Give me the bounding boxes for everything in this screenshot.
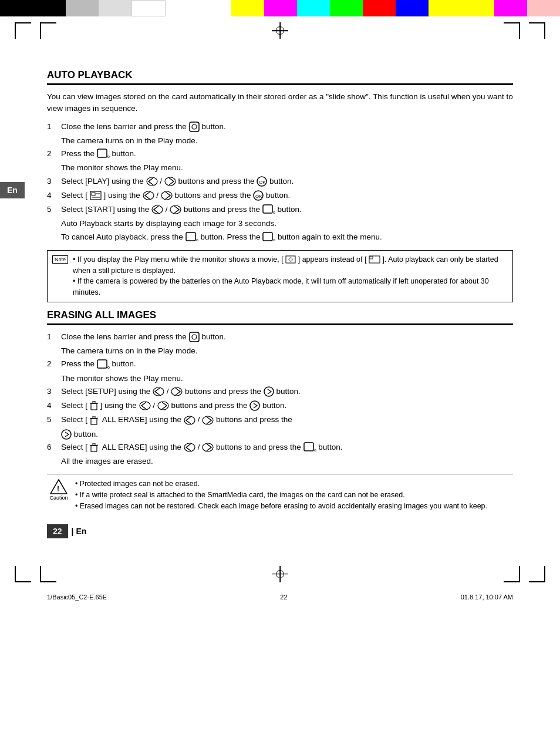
crosshair-top-center xyxy=(272,22,288,39)
erase-step-6-num: 6 xyxy=(47,441,61,453)
svg-rect-52 xyxy=(91,446,97,451)
erase-step-6: 6 Select [ › ALL ERASE] using the / butt… xyxy=(47,441,513,453)
svg-rect-0 xyxy=(190,122,199,132)
crosshair-bottom-center xyxy=(272,566,288,582)
svg-point-34 xyxy=(264,387,274,396)
left-arrow-icon7 xyxy=(184,443,195,452)
svg-rect-22 xyxy=(263,232,272,241)
erase-step-5-sub: button. xyxy=(61,429,513,440)
step-5: 5 Select [START] using the / buttons and… xyxy=(47,204,513,215)
corner-mark-tl2 xyxy=(40,22,56,39)
crosshair-ring-bottom xyxy=(276,570,284,578)
left-arrow-icon2 xyxy=(143,191,154,200)
left-arrow-icon4 xyxy=(153,387,164,396)
step-3-num: 3 xyxy=(47,176,61,187)
erase-step-1: 1 Close the lens barrier and press the b… xyxy=(47,331,513,343)
erase-step-5-num: 5 xyxy=(47,414,61,426)
step-3-content: Select [PLAY] using the / buttons and pr… xyxy=(61,176,513,187)
color-bar xyxy=(33,0,66,16)
caution-icon-area: ! Caution xyxy=(47,478,70,511)
svg-point-25 xyxy=(289,258,292,261)
svg-text:›: › xyxy=(97,443,98,446)
right-circle-icon xyxy=(264,386,274,397)
erase-step-4-num: 4 xyxy=(47,400,61,412)
corner-mark-tr xyxy=(504,22,520,39)
step-2-num: 2 xyxy=(47,148,61,160)
top-reg-marks xyxy=(0,16,560,58)
color-bar xyxy=(461,0,494,16)
footer-left: 1/Basic05_C2-E.65E xyxy=(47,594,107,601)
svg-rect-18 xyxy=(263,205,272,213)
svg-text:ok: ok xyxy=(273,238,275,242)
all-erase-icon2: › xyxy=(90,443,100,452)
step-5-sub1: Auto Playback starts by displaying each … xyxy=(61,218,513,230)
trash-icon xyxy=(90,401,98,410)
camera-button-icon xyxy=(189,122,200,132)
caution-box: ! Caution Protected images can not be er… xyxy=(47,474,513,515)
svg-point-29 xyxy=(192,335,197,339)
auto-playback-section: AUTO PLAYBACK You can view images stored… xyxy=(47,69,513,302)
svg-text:ok: ok xyxy=(107,154,110,159)
right-arrow-icon2 xyxy=(161,191,173,200)
erase-step-5: 5 Select [ › ALL ERASE] using the / butt… xyxy=(47,414,513,426)
erase-step-5-content: Select [ › ALL ERASE] using the / button… xyxy=(61,414,513,426)
slideshow-icon xyxy=(90,191,102,200)
color-bar-red xyxy=(363,0,396,16)
step-1-num: 1 xyxy=(47,121,61,133)
caution-item-1: Protected images can not be erased. xyxy=(75,478,487,490)
menu-ok-button-icon: ok xyxy=(262,204,275,215)
color-bars-top xyxy=(0,0,560,16)
menu-ok-btn2: ok xyxy=(185,232,198,242)
erase-step-3-num: 3 xyxy=(47,386,61,397)
erase-step-3: 3 Select [SETUP] using the / buttons and… xyxy=(47,386,513,397)
color-bar xyxy=(527,0,560,16)
note-item-2: If the camera is powered by the batterie… xyxy=(73,276,508,298)
movie-icon xyxy=(285,255,296,264)
step-3: 3 Select [PLAY] using the / buttons and … xyxy=(47,176,513,187)
erase-step-2-sub: The monitor shows the Play menu. xyxy=(61,373,513,385)
svg-rect-27 xyxy=(370,257,373,259)
step-1-sub: The camera turns on in the Play mode. xyxy=(61,135,513,147)
menu-button-icon: ok xyxy=(97,149,110,159)
svg-text:ok: ok xyxy=(107,365,110,369)
step-5-content: Select [START] using the / buttons and p… xyxy=(61,204,513,215)
main-content: AUTO PLAYBACK You can view images stored… xyxy=(0,58,560,550)
right-circle-icon3 xyxy=(61,429,72,440)
bottom-reg-marks xyxy=(0,550,560,585)
color-bar-green xyxy=(330,0,363,16)
erase-step-1-sub: The camera turns on in the Play mode. xyxy=(61,345,513,357)
corner-mark-bl2 xyxy=(40,566,56,582)
top-left-marks xyxy=(15,22,56,39)
step-4-content: Select [ ] using the / buttons and press… xyxy=(61,190,513,201)
erase-step-6-sub: All the images are erased. xyxy=(61,456,513,467)
caution-item-3: Erased images can not be restored. Check… xyxy=(75,501,487,512)
top-right-marks xyxy=(504,22,545,39)
step-2: 2 Press the ok button. xyxy=(47,148,513,160)
erase-step-6-content: Select [ › ALL ERASE] using the / button… xyxy=(61,441,513,453)
svg-point-1 xyxy=(192,124,197,129)
right-arrow-icon5 xyxy=(157,401,169,410)
svg-rect-43 xyxy=(91,419,97,424)
corner-mark-tl xyxy=(15,22,31,39)
color-bar xyxy=(66,0,99,16)
erase-step-2-num: 2 xyxy=(47,358,61,370)
svg-text:OK: OK xyxy=(255,194,262,199)
camera-btn-icon2 xyxy=(189,332,200,342)
right-circle-icon2 xyxy=(249,400,260,411)
left-arrow-icon3 xyxy=(151,205,163,214)
bottom-right-marks xyxy=(504,566,545,582)
step-1-content: Close the lens barrier and press the but… xyxy=(61,121,513,133)
corner-mark-br2 xyxy=(529,566,545,582)
note-content: If you display the Play menu while the m… xyxy=(73,254,508,298)
note-item-1: If you display the Play menu while the m… xyxy=(73,254,508,277)
svg-text:!: ! xyxy=(57,485,59,493)
caution-label: Caution xyxy=(49,495,68,501)
right-arrow-icon6 xyxy=(202,416,214,425)
left-arrow-icon5 xyxy=(139,401,151,410)
right-arrow-icon xyxy=(164,177,176,186)
ok-circle-icon2: OK xyxy=(253,190,264,201)
erase-step-1-content: Close the lens barrier and press the but… xyxy=(61,331,513,343)
svg-text:ok: ok xyxy=(196,238,198,242)
crosshair xyxy=(272,22,288,39)
color-bar-magenta xyxy=(264,0,297,16)
